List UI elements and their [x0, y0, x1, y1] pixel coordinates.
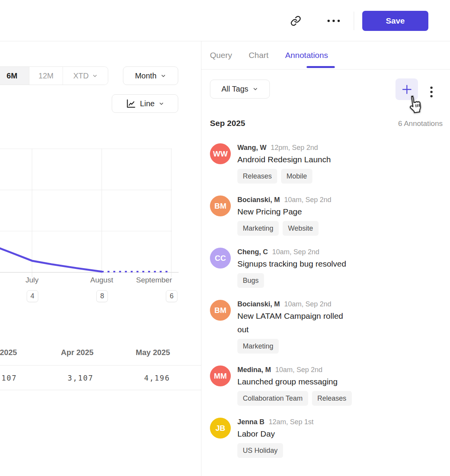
- annotation-timestamp: 12pm, Sep 2nd: [271, 144, 318, 152]
- annotation-item[interactable]: CC Cheng, C 10am, Sep 2nd Signups tracki…: [210, 248, 447, 288]
- line-chart-icon: [126, 99, 136, 109]
- table-header-cell: 2025: [0, 348, 17, 357]
- annotation-author: Bocianski, M: [237, 196, 280, 204]
- top-bar: Save: [0, 0, 450, 41]
- range-option-12m[interactable]: 12M: [29, 67, 63, 85]
- tab-query[interactable]: Query: [210, 51, 232, 60]
- table-header-row: 2025 Apr 2025 May 2025: [0, 340, 201, 365]
- annotations-panel: Query Chart Annotations All Tags: [201, 41, 450, 476]
- add-annotation-button[interactable]: [395, 78, 418, 100]
- kebab-icon: [430, 87, 433, 89]
- table-header-cell: May 2025: [94, 348, 170, 357]
- toolbar-divider: [354, 12, 354, 30]
- annotation-tags: MarketingWebsite: [237, 221, 331, 236]
- chevron-down-icon: [92, 73, 98, 79]
- granularity-dropdown[interactable]: Month: [123, 66, 178, 85]
- annotation-count-badge[interactable]: 4: [27, 290, 38, 302]
- annotation-item[interactable]: MM Medina, M 10am, Sep 2nd Launched grou…: [210, 366, 447, 406]
- x-tick-label: August: [90, 276, 113, 284]
- annotation-author: Jenna B: [237, 418, 264, 426]
- link-icon: [290, 15, 301, 26]
- annotation-tag[interactable]: Collaboration Team: [237, 391, 308, 406]
- annotation-title: Signups tracking bug resolved: [237, 257, 346, 270]
- tag-filter-dropdown[interactable]: All Tags: [210, 80, 270, 99]
- annotation-tags: ReleasesMobile: [237, 169, 331, 184]
- annotation-author: Cheng, C: [237, 248, 268, 256]
- annotation-title: Labor Day: [237, 427, 314, 440]
- annotation-tags: US Holiday: [237, 443, 314, 458]
- annotation-tags: Marketing: [237, 339, 353, 354]
- chart-type-dropdown[interactable]: Line: [112, 94, 178, 113]
- annotation-count-badge[interactable]: 6: [166, 290, 177, 302]
- save-button[interactable]: Save: [362, 11, 428, 31]
- annotation-tags: Bugs: [237, 273, 346, 288]
- line-chart[interactable]: [0, 147, 182, 280]
- annotation-title: New Pricing Page: [237, 205, 331, 218]
- annotation-tags: Collaboration TeamReleases: [237, 391, 352, 406]
- analytics-app: Save 6M 12M XTD Month Line JulyAu: [0, 0, 450, 476]
- annotation-item[interactable]: BM Bocianski, M 10am, Sep 2nd New LATAM …: [210, 300, 447, 354]
- chevron-down-icon: [252, 86, 258, 92]
- annotation-timestamp: 10am, Sep 2nd: [275, 366, 322, 374]
- annotation-count: 6 Annotations: [398, 119, 443, 128]
- annotation-tag[interactable]: Website: [283, 221, 319, 236]
- annotation-count-badge[interactable]: 8: [96, 290, 108, 302]
- annotation-list: WW Wang, W 12pm, Sep 2nd Android Redesig…: [210, 143, 447, 470]
- annotation-tag[interactable]: Releases: [237, 169, 277, 184]
- annotation-tag[interactable]: Marketing: [237, 339, 279, 354]
- annotation-title: Launched group messaging: [237, 375, 352, 388]
- tab-chart[interactable]: Chart: [249, 51, 268, 60]
- avatar: WW: [210, 143, 231, 164]
- plus-icon: [402, 84, 412, 95]
- avatar: BM: [210, 196, 231, 216]
- x-axis-labels: JulyAugustSeptember: [0, 276, 182, 287]
- table-value-cell: 3,107: [17, 374, 94, 382]
- copy-link-button[interactable]: [288, 13, 303, 29]
- panel-tabs: Query Chart Annotations: [201, 41, 450, 70]
- date-range-segmented-control: 6M 12M XTD: [0, 66, 108, 85]
- more-actions-button[interactable]: [325, 15, 343, 26]
- table-value-cell: 107: [0, 374, 17, 382]
- annotation-item[interactable]: WW Wang, W 12pm, Sep 2nd Android Redesig…: [210, 143, 447, 184]
- annotation-tag[interactable]: US Holiday: [237, 443, 283, 458]
- annotation-author: Medina, M: [237, 366, 271, 374]
- annotation-title: New LATAM Campaign rolled out: [237, 309, 353, 336]
- avatar: JB: [210, 418, 231, 439]
- annotation-timestamp: 12am, Sep 1st: [269, 418, 314, 426]
- annotation-tag[interactable]: Releases: [312, 391, 352, 406]
- annotation-tag[interactable]: Mobile: [281, 169, 312, 184]
- chevron-down-icon: [160, 73, 166, 79]
- annotation-tag[interactable]: Marketing: [237, 221, 279, 236]
- table-value-cell: 4,196: [94, 374, 170, 382]
- results-table: 2025 Apr 2025 May 2025 107 3,107 4,196: [0, 340, 201, 390]
- tab-annotations[interactable]: Annotations: [285, 51, 328, 60]
- active-tab-indicator: [307, 66, 335, 68]
- x-tick-label: July: [26, 276, 39, 284]
- table-header-cell: Apr 2025: [17, 348, 94, 357]
- avatar: CC: [210, 248, 231, 269]
- annotation-author: Bocianski, M: [237, 300, 280, 308]
- annotation-item[interactable]: JB Jenna B 12am, Sep 1st Labor Day US Ho…: [210, 418, 447, 458]
- annotation-title: Android Redesign Launch: [237, 153, 331, 166]
- chevron-down-icon: [159, 101, 164, 107]
- range-option-6m[interactable]: 6M: [0, 67, 29, 85]
- annotation-tag[interactable]: Bugs: [237, 273, 264, 288]
- annotation-timestamp: 10am, Sep 2nd: [284, 196, 331, 204]
- avatar: MM: [210, 366, 231, 386]
- panel-menu-button[interactable]: [427, 84, 436, 100]
- annotations-section-header: Sep 2025 6 Annotations: [210, 119, 443, 128]
- table-value-row: 107 3,107 4,196: [0, 365, 201, 390]
- annotation-author: Wang, W: [237, 144, 266, 152]
- x-axis-annotation-badges: 486: [0, 290, 182, 303]
- annotation-timestamp: 10am, Sep 2nd: [272, 248, 319, 256]
- x-tick-label: September: [136, 276, 172, 284]
- month-heading: Sep 2025: [210, 119, 245, 128]
- annotation-timestamp: 10am, Sep 2nd: [284, 300, 331, 308]
- range-option-xtd[interactable]: XTD: [63, 67, 108, 85]
- annotation-item[interactable]: BM Bocianski, M 10am, Sep 2nd New Pricin…: [210, 196, 447, 236]
- avatar: BM: [210, 300, 231, 321]
- ellipsis-icon: [327, 20, 330, 22]
